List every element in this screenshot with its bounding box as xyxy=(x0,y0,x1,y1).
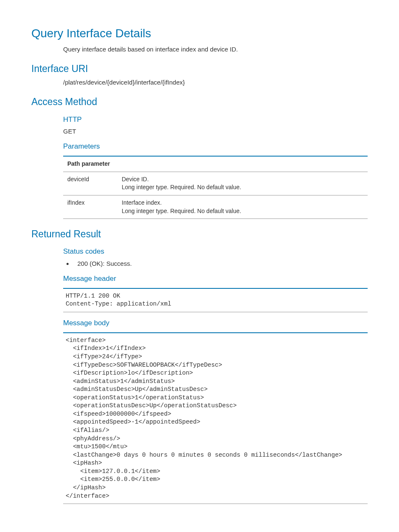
message-header-code: HTTP/1.1 200 OK Content-Type: applicatio… xyxy=(63,288,368,312)
message-body-label: Message body xyxy=(63,318,368,328)
param-desc: Device ID. Long integer type. Required. … xyxy=(118,172,368,195)
table-header: Path parameter xyxy=(63,156,368,172)
http-method-value: GET xyxy=(63,127,368,136)
message-body-code: <interface> <ifIndex>1</ifIndex> <ifType… xyxy=(63,332,368,504)
param-desc: Interface index. Long integer type. Requ… xyxy=(118,195,368,218)
status-codes-label: Status codes xyxy=(63,247,368,257)
http-label: HTTP xyxy=(63,115,368,125)
parameters-label: Parameters xyxy=(63,141,368,152)
table-row: deviceId Device ID. Long integer type. R… xyxy=(63,172,368,195)
param-name: deviceId xyxy=(63,172,118,195)
interface-uri-heading: Interface URI xyxy=(31,62,368,75)
table-row: ifIndex Interface index. Long integer ty… xyxy=(63,195,368,218)
status-codes-list: 200 (OK): Success. xyxy=(63,259,368,268)
parameters-table: Path parameter deviceId Device ID. Long … xyxy=(63,156,368,219)
param-name: ifIndex xyxy=(63,195,118,218)
page-description: Query interface details based on interfa… xyxy=(63,45,368,54)
returned-result-heading: Returned Result xyxy=(31,227,368,241)
interface-uri-value: /plat/res/device/{deviceId}/interface/{i… xyxy=(63,78,368,87)
access-method-heading: Access Method xyxy=(31,95,368,108)
message-header-label: Message header xyxy=(63,274,368,284)
page-title: Query Interface Details xyxy=(31,25,368,41)
list-item: 200 (OK): Success. xyxy=(73,259,368,268)
